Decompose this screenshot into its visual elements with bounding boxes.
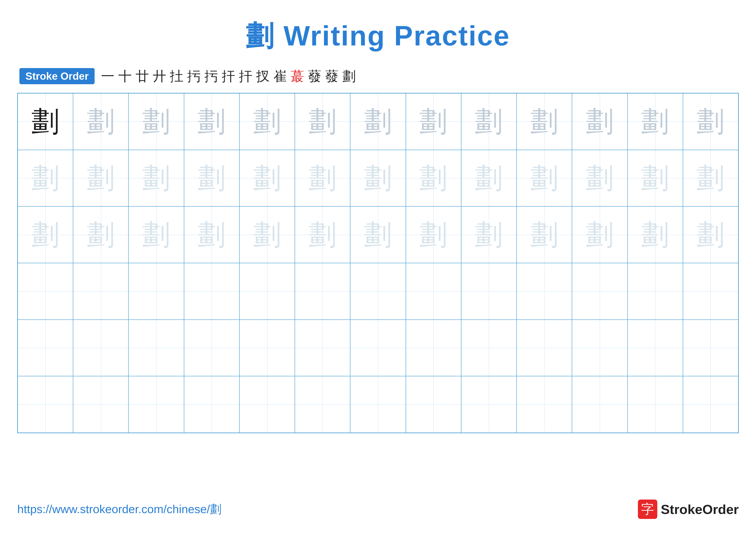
grid-char: 劃 (641, 164, 669, 192)
grid-cell[interactable] (628, 320, 683, 376)
grid-cell[interactable] (572, 320, 627, 376)
grid-char: 劃 (530, 164, 558, 192)
grid-cell[interactable]: 劃 (73, 93, 128, 150)
grid-cell[interactable]: 劃 (128, 206, 184, 263)
grid-cell[interactable] (128, 376, 184, 433)
grid-cell[interactable] (628, 376, 683, 433)
stroke-order-row: Stroke Order 一 十 廿 廾 扗 扝 扝 扞 扞 扠 崔 蕞 蕟 蕟… (17, 68, 739, 84)
grid-cell[interactable]: 劃 (350, 93, 406, 150)
grid-cell[interactable]: 劃 (18, 93, 73, 150)
grid-cell[interactable]: 劃 (350, 206, 406, 263)
grid-cell[interactable] (184, 376, 239, 433)
grid-char: 劃 (530, 221, 558, 249)
stroke-step-4: 廾 (153, 69, 166, 83)
grid-cell[interactable]: 劃 (18, 150, 73, 207)
grid-cell[interactable] (73, 376, 128, 433)
grid-cell[interactable]: 劃 (572, 93, 627, 150)
stroke-step-2: 十 (118, 69, 132, 83)
grid-cell[interactable] (406, 263, 461, 320)
grid-cell[interactable]: 劃 (295, 93, 350, 150)
grid-cell[interactable] (683, 263, 738, 320)
grid-cell[interactable]: 劃 (406, 93, 461, 150)
grid-cell[interactable] (295, 320, 350, 376)
grid-char: 劃 (364, 221, 392, 249)
grid-cell[interactable] (239, 376, 295, 433)
grid-cell[interactable] (18, 320, 73, 376)
grid-cell[interactable]: 劃 (461, 206, 517, 263)
grid-cell[interactable] (350, 263, 406, 320)
grid-cell[interactable]: 劃 (572, 206, 627, 263)
grid-cell[interactable] (239, 320, 295, 376)
grid-cell[interactable] (461, 320, 517, 376)
grid-char: 劃 (253, 164, 281, 192)
grid-cell[interactable]: 劃 (683, 93, 738, 150)
footer-url[interactable]: https://www.strokeorder.com/chinese/劃 (17, 501, 222, 517)
stroke-order-badge: Stroke Order (19, 68, 94, 84)
grid-cell[interactable]: 劃 (239, 93, 295, 150)
stroke-step-8: 扞 (222, 69, 235, 83)
grid-cell[interactable]: 劃 (239, 150, 295, 207)
grid-cell[interactable]: 劃 (628, 93, 683, 150)
grid-cell[interactable] (73, 320, 128, 376)
grid-cell[interactable]: 劃 (239, 206, 295, 263)
grid-cell[interactable] (184, 263, 239, 320)
grid-cell[interactable] (128, 320, 184, 376)
practice-grid: 劃劃劃劃劃劃劃劃劃劃劃劃劃劃劃劃劃劃劃劃劃劃劃劃劃劃劃劃劃劃劃劃劃劃劃劃劃劃劃 (17, 93, 739, 433)
grid-char: 劃 (142, 164, 170, 192)
grid-cell[interactable]: 劃 (73, 206, 128, 263)
grid-cell[interactable]: 劃 (184, 93, 239, 150)
grid-cell[interactable] (461, 263, 517, 320)
grid-cell[interactable]: 劃 (128, 150, 184, 207)
grid-cell[interactable] (239, 263, 295, 320)
grid-char: 劃 (32, 221, 60, 249)
grid-cell[interactable] (184, 320, 239, 376)
grid-char: 劃 (419, 164, 447, 192)
grid-cell[interactable] (406, 376, 461, 433)
footer: https://www.strokeorder.com/chinese/劃 字 … (17, 499, 739, 519)
grid-cell[interactable]: 劃 (461, 93, 517, 150)
grid-cell[interactable] (18, 263, 73, 320)
grid-cell[interactable]: 劃 (628, 150, 683, 207)
grid-char: 劃 (419, 108, 447, 136)
grid-cell[interactable] (572, 263, 627, 320)
grid-char: 劃 (198, 164, 226, 192)
grid-cell[interactable]: 劃 (517, 93, 572, 150)
grid-cell[interactable]: 劃 (128, 93, 184, 150)
grid-cell[interactable] (18, 376, 73, 433)
grid-cell[interactable]: 劃 (350, 150, 406, 207)
grid-cell[interactable] (295, 376, 350, 433)
grid-cell[interactable] (350, 376, 406, 433)
grid-cell[interactable]: 劃 (572, 150, 627, 207)
grid-cell[interactable]: 劃 (461, 150, 517, 207)
grid-cell[interactable]: 劃 (295, 150, 350, 207)
grid-cell[interactable] (517, 376, 572, 433)
grid-char: 劃 (419, 221, 447, 249)
grid-cell[interactable]: 劃 (406, 206, 461, 263)
grid-cell[interactable]: 劃 (18, 206, 73, 263)
grid-cell[interactable]: 劃 (295, 206, 350, 263)
stroke-step-14: 蕟 (325, 69, 338, 83)
grid-char: 劃 (309, 108, 337, 136)
grid-cell[interactable] (406, 320, 461, 376)
grid-cell[interactable]: 劃 (184, 206, 239, 263)
grid-cell[interactable] (350, 320, 406, 376)
grid-cell[interactable] (683, 376, 738, 433)
grid-cell[interactable] (517, 263, 572, 320)
grid-cell[interactable]: 劃 (406, 150, 461, 207)
grid-cell[interactable]: 劃 (184, 150, 239, 207)
grid-cell[interactable]: 劃 (628, 206, 683, 263)
grid-cell[interactable] (628, 263, 683, 320)
grid-cell[interactable]: 劃 (517, 206, 572, 263)
grid-cell[interactable]: 劃 (683, 150, 738, 207)
grid-cell[interactable] (572, 376, 627, 433)
grid-cell[interactable] (128, 263, 184, 320)
grid-cell[interactable] (295, 263, 350, 320)
grid-cell[interactable]: 劃 (517, 150, 572, 207)
grid-cell[interactable] (73, 263, 128, 320)
grid-cell[interactable]: 劃 (73, 150, 128, 207)
grid-char: 劃 (364, 108, 392, 136)
grid-cell[interactable] (517, 320, 572, 376)
grid-cell[interactable]: 劃 (683, 206, 738, 263)
grid-cell[interactable] (461, 376, 517, 433)
grid-cell[interactable] (683, 320, 738, 376)
